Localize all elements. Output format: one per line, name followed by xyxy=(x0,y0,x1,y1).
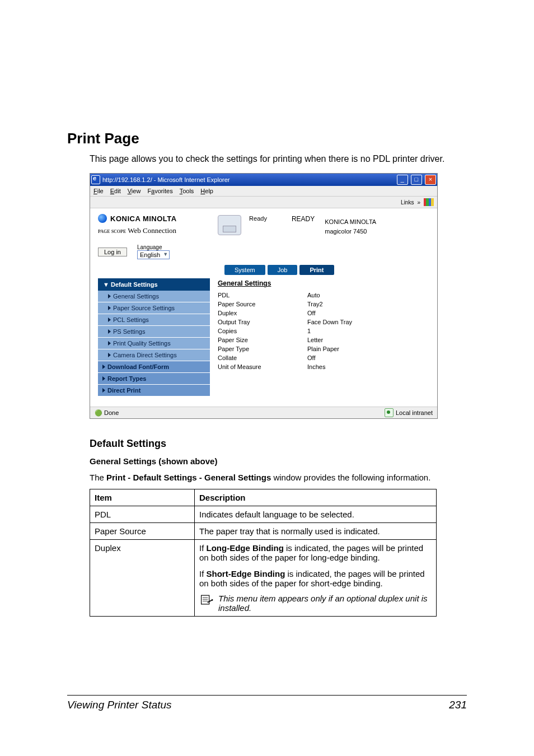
close-button[interactable]: × xyxy=(425,175,436,185)
intro-text: This page allows you to check the settin… xyxy=(90,153,467,165)
table-cell: Paper Source xyxy=(90,523,195,540)
window-titlebar: http://192.168.1.2/ - Microsoft Internet… xyxy=(90,174,437,186)
status-done: 🟢 Done xyxy=(95,409,119,417)
window-title: http://192.168.1.2/ - Microsoft Internet… xyxy=(102,176,396,183)
tab-print[interactable]: Print xyxy=(299,265,334,275)
table-cell: If Long-Edge Binding is indicated, the p… xyxy=(195,540,437,617)
konica-minolta-logo: KONICA MINOLTA xyxy=(98,214,208,223)
links-chevron-icon[interactable]: » xyxy=(417,199,420,206)
para-window-desc: The Print - Default Settings - General S… xyxy=(90,472,467,483)
web-connection-label: PAGE SCOPE Web Connection xyxy=(98,226,208,235)
sidebar-item-direct-print[interactable]: Direct Print xyxy=(98,385,210,396)
sidebar-item-pcl-settings[interactable]: PCL Settings xyxy=(98,314,210,326)
sidebar-item-download-font-form[interactable]: Download Font/Form xyxy=(98,361,210,373)
links-bar: Links » xyxy=(90,197,437,208)
footer-page-number: 231 xyxy=(449,699,467,711)
tab-system[interactable]: System xyxy=(224,265,265,275)
kv-key: PDL xyxy=(218,292,307,298)
page-footer: Viewing Printer Status 231 xyxy=(67,695,467,711)
table-cell: The paper tray that is normally used is … xyxy=(195,523,437,540)
sidebar-item-camera-direct-settings[interactable]: Camera Direct Settings xyxy=(98,349,210,361)
section-default-settings: Default Settings xyxy=(90,438,467,450)
table-header-description: Description xyxy=(195,489,437,506)
windows-flag-icon[interactable] xyxy=(424,198,434,206)
sidebar-item-ps-settings[interactable]: PS Settings xyxy=(98,326,210,338)
sidebar-header[interactable]: ▼ Default Settings xyxy=(98,278,210,291)
sidebar-item-report-types[interactable]: Report Types xyxy=(98,373,210,385)
minimize-button[interactable]: _ xyxy=(397,175,408,185)
menu-favorites[interactable]: Favorites xyxy=(147,188,172,194)
sidebar-item-paper-source-settings[interactable]: Paper Source Settings xyxy=(98,302,210,314)
menu-edit[interactable]: Edit xyxy=(110,188,121,194)
menu-view[interactable]: View xyxy=(128,188,141,194)
login-button[interactable]: Log in xyxy=(98,248,127,256)
menu-help[interactable]: Help xyxy=(200,188,213,194)
tab-job[interactable]: Job xyxy=(268,265,298,275)
globe-icon xyxy=(98,214,107,223)
panel-title: General Settings xyxy=(218,279,429,287)
language-label: Language xyxy=(137,244,170,250)
sidebar-item-print-quality-settings[interactable]: Print Quality Settings xyxy=(98,338,210,349)
menu-tools[interactable]: Tools xyxy=(180,188,194,194)
security-zone: Local intranet xyxy=(385,408,433,417)
table-cell: Indicates default language to be selecte… xyxy=(195,506,437,523)
table-cell: PDL xyxy=(90,506,195,523)
links-label: Links xyxy=(401,199,414,206)
svg-rect-0 xyxy=(202,596,209,605)
note-text: This menu item appears only if an option… xyxy=(218,594,432,613)
page-heading: Print Page xyxy=(67,130,467,147)
sidebar-item-general-settings[interactable]: General Settings xyxy=(98,291,210,302)
section-general-settings: General Settings (shown above) xyxy=(90,456,467,466)
table-header-item: Item xyxy=(90,489,195,506)
settings-panel: General Settings PDLAuto Paper SourceTra… xyxy=(218,278,429,396)
browser-window: http://192.168.1.2/ - Microsoft Internet… xyxy=(90,173,438,419)
browser-status-bar: 🟢 Done Local intranet xyxy=(90,407,437,418)
brand-text: KONICA MINOLTA xyxy=(110,214,177,223)
table-cell: Duplex xyxy=(90,540,195,617)
note-icon xyxy=(199,594,214,606)
maximize-button[interactable]: □ xyxy=(411,175,422,185)
sidebar: ▼ Default Settings General Settings Pape… xyxy=(98,278,210,396)
settings-description-table: Item Description PDL Indicates default l… xyxy=(90,489,437,617)
status-ready-small: Ready xyxy=(249,215,267,222)
tab-row: System Job Print xyxy=(224,265,429,275)
kv-val: Auto xyxy=(307,292,320,298)
footer-title: Viewing Printer Status xyxy=(67,699,172,711)
ie-icon xyxy=(91,175,100,184)
status-ready-big: READY xyxy=(292,215,315,259)
printer-status-icon xyxy=(218,215,241,235)
window-buttons: _ □ × xyxy=(396,175,436,185)
device-info: KONICA MINOLTA magicolor 7450 xyxy=(325,214,429,259)
language-select[interactable]: English xyxy=(137,250,170,259)
menu-file[interactable]: File xyxy=(93,188,104,194)
intranet-icon xyxy=(385,408,394,417)
menu-bar: File Edit View Favorites Tools Help xyxy=(90,186,437,197)
